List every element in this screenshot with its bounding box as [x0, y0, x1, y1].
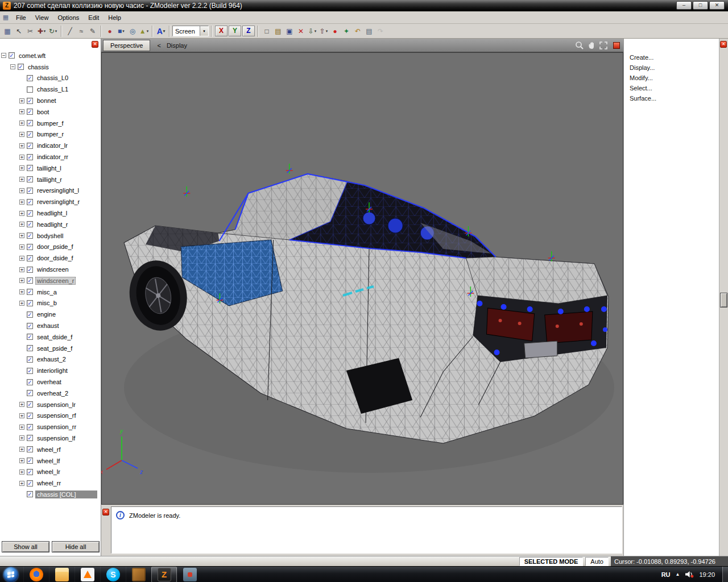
delete-icon[interactable]: ✕: [295, 26, 307, 37]
visibility-checkbox[interactable]: ✓: [27, 255, 33, 261]
dropdown-arrow-icon[interactable]: ▾: [44, 29, 46, 34]
visibility-checkbox[interactable]: ✓: [27, 232, 33, 239]
visibility-checkbox[interactable]: ✓: [27, 491, 33, 497]
command-create[interactable]: Create...: [624, 52, 719, 63]
expand-toggle[interactable]: +: [19, 469, 24, 475]
tree-item-misc-a[interactable]: +✓misc_a: [0, 286, 101, 298]
media-player-icon[interactable]: [75, 567, 100, 582]
tree-item-windscreen[interactable]: +✓windscreen: [0, 264, 101, 275]
visibility-checkbox[interactable]: [27, 86, 33, 93]
export-icon[interactable]: ⇧▾: [318, 26, 329, 37]
visibility-checkbox[interactable]: ✓: [27, 210, 33, 217]
expand-toggle[interactable]: +: [19, 244, 24, 250]
zmodeler-icon[interactable]: Z: [151, 567, 177, 582]
tree-item-headlight-l[interactable]: +✓headlight_l: [0, 207, 101, 219]
tree-item-chassis-l0[interactable]: ✓chassis_L0: [0, 73, 101, 84]
pan-hand-icon[interactable]: [587, 41, 596, 50]
close-tree-panel-button[interactable]: ✕: [92, 41, 98, 48]
polyline-tool-icon[interactable]: ╱: [64, 26, 76, 37]
log-icon[interactable]: ▤: [363, 26, 375, 37]
cone-primitive-icon[interactable]: ▲▾: [138, 26, 150, 37]
visibility-checkbox[interactable]: ✓: [27, 120, 33, 126]
expand-toggle[interactable]: +: [19, 120, 24, 126]
new-file-icon[interactable]: □: [261, 26, 272, 37]
right-scrollbar[interactable]: ✕: [719, 39, 728, 556]
show-desktop-button[interactable]: [722, 567, 728, 582]
firefox-icon[interactable]: [23, 567, 49, 582]
visibility-checkbox[interactable]: ✓: [27, 368, 33, 374]
visibility-checkbox[interactable]: ✓: [27, 98, 33, 104]
visibility-checkbox[interactable]: ✓: [27, 401, 33, 408]
expand-toggle[interactable]: +: [19, 188, 24, 193]
import-icon[interactable]: ⇩▾: [307, 26, 318, 37]
curve-tool-icon[interactable]: ≈: [76, 26, 87, 37]
tree-item-suspension-rf[interactable]: +✓suspension_rf: [0, 410, 101, 422]
save-file-icon[interactable]: ▣: [284, 26, 295, 37]
menu-file[interactable]: File: [11, 13, 31, 23]
tree-item-reversinglight-r[interactable]: +✓reversinglight_r: [0, 196, 101, 207]
tree-item-wheel-rf[interactable]: +✓wheel_rf: [0, 444, 101, 455]
expand-toggle[interactable]: +: [19, 481, 24, 486]
grid-toggle-icon[interactable]: ▦: [2, 26, 13, 37]
skype-icon[interactable]: S: [100, 567, 126, 582]
viewport-display-menu[interactable]: Display: [167, 42, 187, 49]
tree-item-taillight-r[interactable]: +✓taillight_r: [0, 174, 101, 185]
tree-item-comet-wft[interactable]: −✓comet.wft: [0, 50, 101, 61]
tree-item-seat-dside-f[interactable]: ✓seat_dside_f: [0, 331, 101, 343]
expand-toggle[interactable]: +: [19, 256, 24, 261]
torus-primitive-icon[interactable]: ◎: [127, 26, 138, 37]
visibility-checkbox[interactable]: ✓: [27, 424, 33, 430]
expand-toggle[interactable]: +: [19, 402, 24, 407]
visibility-checkbox[interactable]: ✓: [27, 469, 33, 475]
visibility-checkbox[interactable]: ✓: [27, 109, 33, 115]
close-button[interactable]: ✕: [709, 1, 725, 10]
close-message-panel-button[interactable]: ✕: [102, 509, 109, 516]
visibility-checkbox[interactable]: ✓: [27, 188, 33, 194]
visibility-checkbox[interactable]: ✓: [27, 446, 33, 452]
close-commands-panel-button[interactable]: ✕: [720, 41, 727, 48]
viewport-back-button[interactable]: <: [157, 42, 160, 49]
select-arrow-icon[interactable]: ↖: [13, 26, 24, 37]
visibility-checkbox[interactable]: ✓: [27, 356, 33, 363]
visibility-checkbox[interactable]: ✓: [27, 165, 33, 171]
chevron-down-icon[interactable]: ▾: [200, 26, 208, 36]
tree-item-bumper-f[interactable]: +✓bumper_f: [0, 118, 101, 129]
visibility-checkbox[interactable]: ✓: [27, 345, 33, 351]
pen-tool-icon[interactable]: ✎: [87, 26, 98, 37]
tray-chevron-icon[interactable]: ▲: [676, 572, 680, 577]
expand-toggle[interactable]: −: [1, 53, 6, 58]
aux-app-icon[interactable]: [177, 567, 202, 582]
axis-y-button[interactable]: Y: [229, 26, 241, 36]
visibility-checkbox[interactable]: ✓: [27, 413, 33, 419]
tree-item-suspension-rr[interactable]: +✓suspension_rr: [0, 421, 101, 433]
text-color-icon[interactable]: A▾: [155, 26, 167, 37]
tree-item-door-dside-f[interactable]: +✓door_dside_f: [0, 252, 101, 264]
tree-item-bonnet[interactable]: +✓bonnet: [0, 95, 101, 106]
expand-toggle[interactable]: −: [10, 64, 15, 69]
viewport-tab-perspective[interactable]: Perspective: [103, 40, 150, 51]
explorer-icon[interactable]: [49, 567, 75, 582]
menu-edit[interactable]: Edit: [84, 13, 104, 23]
visibility-checkbox[interactable]: ✓: [27, 334, 33, 340]
visibility-checkbox[interactable]: ✓: [27, 75, 33, 81]
visibility-checkbox[interactable]: ✓: [27, 199, 33, 205]
game-icon[interactable]: [126, 567, 151, 582]
expand-toggle[interactable]: +: [19, 143, 24, 148]
tree-item-taillight-l[interactable]: +✓taillight_l: [0, 163, 101, 174]
dropdown-arrow-icon[interactable]: ▾: [55, 29, 57, 34]
tree-item-chassis[interactable]: −✓chassis: [0, 61, 101, 73]
visibility-checkbox[interactable]: ✓: [27, 311, 33, 318]
screen-mode-select[interactable]: Screen▾: [172, 26, 209, 36]
command-surface[interactable]: Surface...: [624, 93, 719, 103]
expand-toggle[interactable]: +: [19, 267, 24, 272]
expand-toggle[interactable]: +: [19, 98, 24, 103]
viewport-scene[interactable]: y x z: [101, 52, 623, 505]
visibility-checkbox[interactable]: ✓: [27, 390, 33, 396]
menu-help[interactable]: Help: [104, 13, 126, 23]
dropdown-arrow-icon[interactable]: ▾: [315, 29, 317, 34]
move-tool-icon[interactable]: ✚▾: [36, 26, 47, 37]
tree-item-exhaust-2[interactable]: ✓exhaust_2: [0, 354, 101, 365]
tree-item-boot[interactable]: +✓boot: [0, 106, 101, 118]
visibility-checkbox[interactable]: ✓: [27, 289, 33, 295]
tree-item-bodyshell[interactable]: +✓bodyshell: [0, 230, 101, 242]
